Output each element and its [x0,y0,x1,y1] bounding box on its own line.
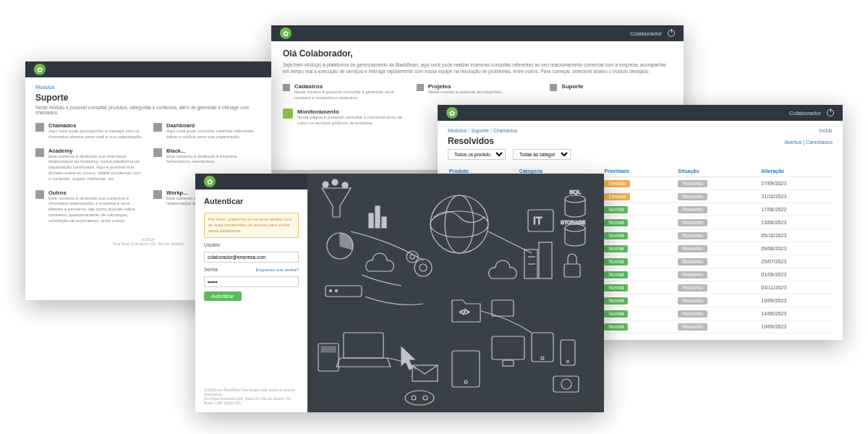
th-alteracao[interactable]: Alteração [760,166,833,177]
module-desc: Nesta página é possível consultar o moni… [297,115,405,127]
greeting-title: Olá Colaborador, [283,48,672,59]
footer-copyright: (c)2024 por BlackBean Tecnologia Ltda, t… [204,388,299,396]
cell-situacao: Resolvido [676,177,760,190]
power-icon[interactable] [668,30,675,37]
cell-situacao: Resolvido [676,320,760,333]
cell-situacao: Resolvido [676,242,760,255]
ctx-desc: Este contexto é dedicado aos chamados re… [48,154,143,182]
produto-filter[interactable]: Todos os produtos... [448,149,506,160]
cell-situacao: Resolvido [676,203,760,216]
cell-alteracao: 19/09/2023 [760,320,833,333]
cell-alteracao: 31/10/2023 [760,190,833,203]
context-chamados[interactable]: ChamadosAqui você pode acompanhar e inte… [35,122,143,140]
power-icon[interactable] [827,109,834,116]
module-title: Monitoramento [297,109,405,115]
cell-prioridade: Elevada [603,190,676,203]
ctx-desc: Aqui você pode acompanhar e interagir co… [48,129,143,140]
academy-icon [35,148,44,157]
logo-icon: ✿ [280,27,292,39]
crumb-modulos[interactable]: Módulos [448,128,467,133]
module-projetos[interactable]: Projetos Neste módulo é possível acompan… [417,83,539,101]
suporte-icon [550,84,557,91]
chat-icon [35,123,44,132]
module-monitoramento[interactable]: Monitoramento Nesta página é possível co… [283,109,405,127]
ctx-title: Dashboard [166,122,261,129]
svg-point-28 [336,290,338,292]
topbar: ✿ [25,61,271,77]
logo-icon: ✿ [34,64,46,75]
cancelados-link[interactable]: Cancelados [806,140,833,145]
login-window: ✿ Autenticar Por favor, preencha os camp… [195,174,604,412]
cell-alteracao: 19/09/2023 [760,294,833,307]
crumb-chamados[interactable]: Chamados [493,128,518,133]
cell-alteracao: 27/09/2023 [760,177,833,190]
cell-situacao: Resolvido [676,294,760,307]
dashboard-icon [153,123,162,132]
svg-rect-16 [382,217,386,228]
topbar: ✿ Colaborador [438,105,843,121]
password-label: Senha [204,267,218,272]
ctx-desc: Este contexto é dedicado à empresa forne… [166,154,261,166]
categoria-filter[interactable]: Todas as categorias... [513,149,571,160]
svg-text:SQL: SQL [569,189,582,195]
username-input[interactable] [204,252,299,263]
cell-alteracao: 14/09/2023 [760,307,833,320]
context-dashboard[interactable]: DashboardAqui você pode consultar métric… [153,122,261,140]
topbar: ✿ [195,174,307,190]
ctx-title: Chamados [48,122,143,129]
cell-prioridade: Normal [603,268,676,281]
context-academy[interactable]: AcademyEste contexto é dedicado aos cham… [35,148,143,182]
incluir-link[interactable]: Incluir [819,128,833,133]
cell-prioridade: Normal [603,229,676,242]
cell-situacao: Resolvido [676,268,760,281]
cell-situacao: Resolvido [676,190,760,203]
login-warning: Por favor, preencha os campos abaixo com… [204,213,299,238]
cell-situacao: Resolvido [676,307,760,320]
breadcrumb-link[interactable]: Módulos [35,85,54,90]
ctx-desc: Aqui você pode consultar métricas releva… [166,129,261,140]
cell-prioridade: Normal [603,320,676,333]
module-suporte[interactable]: Suporte [550,83,672,101]
module-desc: Neste módulo é possível consultar e gere… [294,90,405,101]
other-icon [35,190,44,199]
svg-text:</>: </> [459,308,470,316]
submit-button[interactable]: Autenticar [204,292,242,301]
crumb-suporte[interactable]: Suporte [471,128,489,133]
context-outros[interactable]: OutrosEste contexto é dedicado aos conte… [35,190,143,224]
cell-alteracao: 01/09/2023 [760,268,833,281]
th-prioridade[interactable]: Prioridade [603,166,676,177]
ctx-title: Black... [166,148,261,154]
svg-point-4 [323,182,328,187]
password-input[interactable] [204,276,299,287]
cell-situacao: Resolvido [676,216,760,229]
cell-alteracao: 25/07/2023 [760,255,833,268]
svg-point-6 [342,182,348,188]
monitoramento-icon [283,109,293,119]
cell-alteracao: 09/08/2023 [760,242,833,255]
breadcrumb: Módulos / Suporte / Chamados [448,128,518,133]
page-subtitle: Neste módulo é possível consultar produt… [35,105,261,115]
cell-alteracao: 03/11/2023 [760,281,833,294]
cell-alteracao: 13/06/2023 [760,216,833,229]
cell-situacao: Resolvido [676,229,760,242]
cadastros-icon [283,84,290,91]
topbar: ✿ Colaborador [271,25,684,41]
cell-prioridade: Normal [603,242,676,255]
logo-icon: ✿ [446,107,458,119]
module-cadastros[interactable]: Cadastros Neste módulo é possível consul… [283,83,405,101]
module-title: Cadastros [294,83,405,90]
module-title: Suporte [561,83,583,90]
th-situacao[interactable]: Situação [676,166,760,177]
cell-situacao: Resolvido [676,281,760,294]
ctx-title: Academy [48,148,143,154]
cell-alteracao: 17/08/2022 [760,203,833,216]
ctx-title: Outros [48,190,143,196]
abertos-link[interactable]: Abertos [784,140,801,145]
status-links: Abertos | Cancelados [784,140,833,145]
logo-icon: ✿ [204,176,216,187]
svg-text:IT: IT [533,215,542,226]
username-label: Usuário [204,242,299,247]
svg-rect-15 [375,206,380,228]
cell-prioridade: Normal [603,294,676,307]
forgot-password-link[interactable]: Esqueceu sua senha? [256,268,299,272]
